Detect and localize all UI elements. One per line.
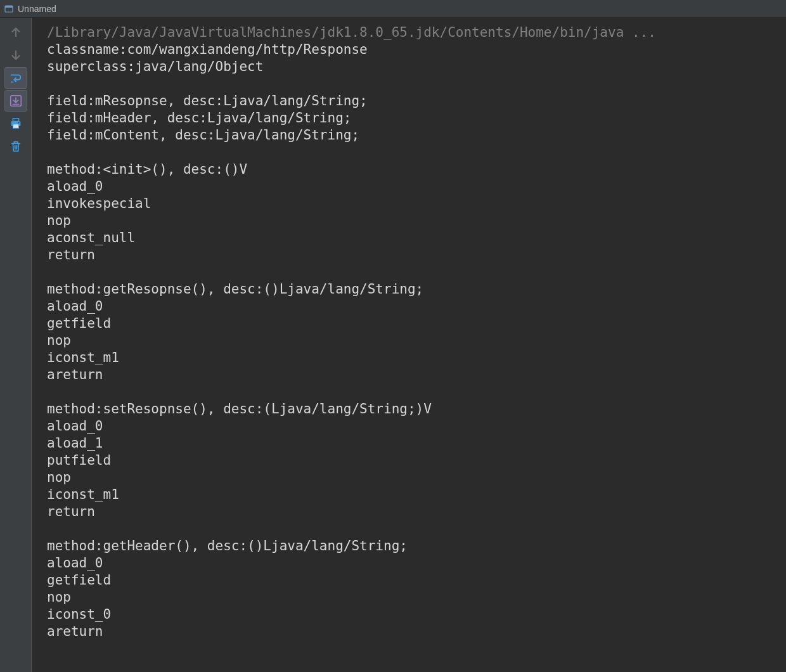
console-line: invokespecial xyxy=(47,195,777,212)
console-line xyxy=(47,384,777,401)
console-line: putfield xyxy=(47,452,777,469)
console-output[interactable]: /Library/Java/JavaVirtualMachines/jdk1.8… xyxy=(32,18,786,672)
console-line: areturn xyxy=(47,623,777,640)
console-line: field:mHeader, desc:Ljava/lang/String; xyxy=(47,110,777,127)
console-line: iconst_m1 xyxy=(47,486,777,503)
console-line: nop xyxy=(47,589,777,606)
svg-rect-1 xyxy=(5,6,13,8)
console-line: iconst_0 xyxy=(47,606,777,623)
scroll-to-end-button[interactable] xyxy=(4,90,27,112)
console-line: aload_0 xyxy=(47,298,777,315)
console-line: method:getHeader(), desc:()Ljava/lang/St… xyxy=(47,538,777,555)
console-line xyxy=(47,264,777,281)
console-line: aload_0 xyxy=(47,418,777,435)
console-line: superclass:java/lang/Object xyxy=(47,58,777,75)
soft-wrap-button[interactable] xyxy=(4,67,27,89)
console-line xyxy=(47,75,777,93)
console-line: /Library/Java/JavaVirtualMachines/jdk1.8… xyxy=(47,24,777,41)
run-config-icon xyxy=(4,4,14,14)
console-line: field:mContent, desc:Ljava/lang/String; xyxy=(47,127,777,144)
console-line: nop xyxy=(47,212,777,229)
window-title: Unnamed xyxy=(18,4,56,14)
console-line: return xyxy=(47,503,777,520)
console-line: method:setResopnse(), desc:(Ljava/lang/S… xyxy=(47,401,777,418)
console-line: aconst_null xyxy=(47,229,777,247)
console-line xyxy=(47,144,777,161)
console-line: aload_1 xyxy=(47,435,777,452)
console-line: areturn xyxy=(47,366,777,384)
svg-rect-6 xyxy=(13,124,18,128)
print-button[interactable] xyxy=(4,113,27,134)
console-line: aload_0 xyxy=(47,178,777,195)
console-line: nop xyxy=(47,332,777,349)
console-line: nop xyxy=(47,469,777,486)
console-line: getfield xyxy=(47,572,777,589)
console-line: aload_0 xyxy=(47,555,777,572)
console-line: return xyxy=(47,247,777,264)
console-line: getfield xyxy=(47,315,777,332)
titlebar: Unnamed xyxy=(0,0,786,18)
clear-all-button[interactable] xyxy=(4,136,27,157)
console-line: method:getResopnse(), desc:()Ljava/lang/… xyxy=(47,281,777,298)
console-line: method:<init>(), desc:()V xyxy=(47,161,777,178)
down-button[interactable] xyxy=(4,44,27,66)
main-area: /Library/Java/JavaVirtualMachines/jdk1.8… xyxy=(0,18,786,672)
console-line: field:mResopnse, desc:Ljava/lang/String; xyxy=(47,93,777,110)
svg-point-7 xyxy=(18,122,19,124)
up-button[interactable] xyxy=(4,22,27,43)
console-line xyxy=(47,520,777,538)
svg-rect-4 xyxy=(13,119,18,122)
console-toolbar xyxy=(0,18,32,672)
console-line: iconst_m1 xyxy=(47,349,777,366)
console-line: classname:com/wangxiandeng/http/Response xyxy=(47,41,777,58)
